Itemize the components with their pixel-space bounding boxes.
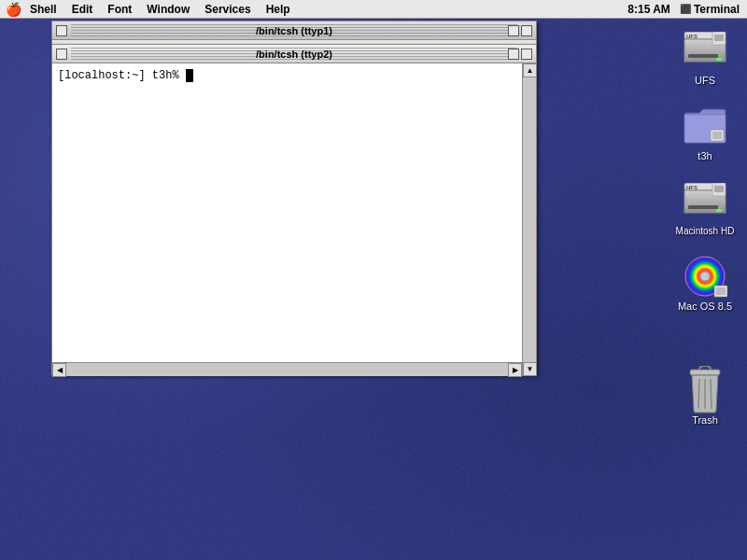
trash-label: Trash <box>692 414 718 427</box>
svg-line-21 <box>698 379 699 409</box>
menubar: 🍎 Shell Edit Font Window Services Help 8… <box>0 0 747 19</box>
svg-line-23 <box>711 379 712 409</box>
apple-menu[interactable]: 🍎 <box>4 0 22 19</box>
close-button-2[interactable] <box>56 49 67 60</box>
svg-rect-13 <box>716 209 722 212</box>
terminal-content-2[interactable]: [localhost:~] t3h% ▲ ▼ ◀ ▶ <box>52 63 536 376</box>
titlebar-2[interactable]: /bin/tcsh (ttyp2) <box>52 45 536 63</box>
svg-rect-19 <box>716 287 726 295</box>
terminal-app-icon: ⬛ <box>680 4 691 14</box>
menu-window[interactable]: Window <box>139 0 197 19</box>
t3h-folder-image <box>683 104 727 148</box>
mac-os-85-icon[interactable]: Mac OS 8.5 <box>672 254 738 313</box>
desktop-icons: UFS UFS <box>672 28 738 427</box>
scroll-right-button-2[interactable]: ▶ <box>508 363 522 377</box>
svg-rect-6 <box>714 35 724 41</box>
mac-os-85-label: Mac OS 8.5 <box>678 301 732 313</box>
svg-rect-12 <box>688 205 718 209</box>
scroll-up-button-2[interactable]: ▲ <box>523 63 537 77</box>
menu-shell[interactable]: Shell <box>22 0 64 19</box>
menu-help[interactable]: Help <box>259 0 298 19</box>
terminal-text-2: [localhost:~] t3h% <box>52 63 536 88</box>
svg-rect-20 <box>690 370 720 375</box>
terminal-window-2: /bin/tcsh (ttyp2) [localhost:~] t3h% ▲ ▼… <box>51 44 537 375</box>
svg-rect-15 <box>714 186 724 192</box>
zoom-button-1[interactable] <box>521 25 532 36</box>
window-controls-right-2 <box>508 49 532 60</box>
menu-services[interactable]: Services <box>197 0 258 19</box>
collapse-button-1[interactable] <box>508 25 519 36</box>
terminal-prompt: [localhost:~] t3h% <box>58 69 186 82</box>
titlebar-stripes-2 <box>71 48 517 60</box>
ufs-drive-image: UFS <box>683 28 727 73</box>
trash-image <box>683 368 727 413</box>
zoom-button-2[interactable] <box>521 49 532 60</box>
titlebar-1[interactable]: /bin/tcsh (ttyp1) <box>52 21 536 40</box>
svg-point-17 <box>700 272 710 281</box>
svg-text:UFS: UFS <box>686 34 698 39</box>
mac-os-85-image <box>683 254 727 299</box>
trash-icon[interactable]: Trash <box>672 368 738 427</box>
scroll-left-button-2[interactable]: ◀ <box>52 363 66 377</box>
macintosh-hd-label: Macintosh HD <box>676 226 735 237</box>
macintosh-hd-image: HFS <box>683 179 727 224</box>
svg-rect-3 <box>688 54 718 58</box>
t3h-folder-label: t3h <box>698 150 712 162</box>
menu-font[interactable]: Font <box>100 0 139 19</box>
t3h-folder-icon[interactable]: t3h <box>672 104 738 162</box>
titlebar-stripes-1 <box>71 24 517 36</box>
scrollbar-2: ▲ ▼ <box>522 63 536 376</box>
ufs-drive-icon[interactable]: UFS UFS <box>672 28 738 87</box>
ufs-drive-label: UFS <box>695 75 715 87</box>
svg-rect-8 <box>712 132 722 139</box>
svg-text:HFS: HFS <box>686 185 698 190</box>
terminal-cursor <box>186 69 193 82</box>
macintosh-hd-icon[interactable]: HFS Macintosh HD <box>672 179 738 237</box>
terminal-app-label: Terminal <box>694 3 740 16</box>
clock: 8:15 AM <box>627 3 676 16</box>
menu-edit[interactable]: Edit <box>64 0 101 19</box>
close-button-1[interactable] <box>56 25 67 36</box>
scroll-down-button-2[interactable]: ▼ <box>523 362 537 376</box>
svg-rect-4 <box>716 58 722 61</box>
window-controls-right-1 <box>508 25 532 36</box>
collapse-button-2[interactable] <box>508 49 519 60</box>
